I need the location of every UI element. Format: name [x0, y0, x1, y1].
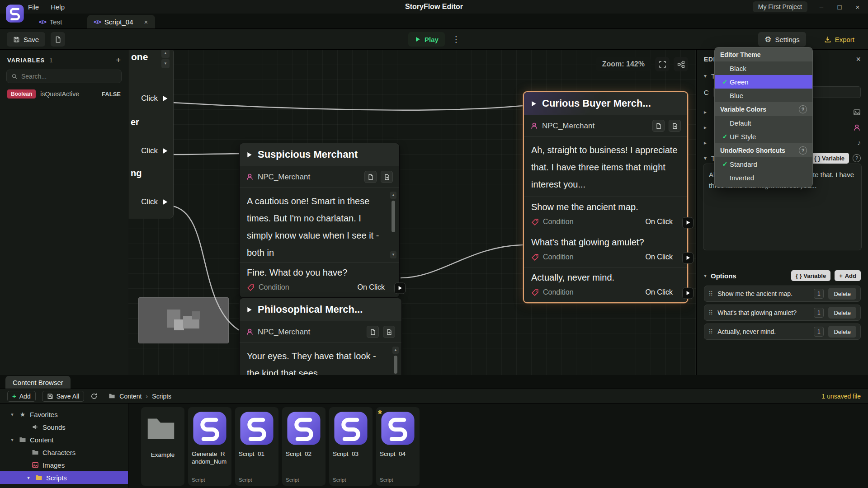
- graph-layout-button[interactable]: [674, 57, 688, 71]
- more-options-button[interactable]: ⋮: [451, 32, 461, 47]
- node-scrollbar[interactable]: ▲ ▼: [390, 192, 396, 258]
- scroll-up-button[interactable]: ▲: [392, 347, 399, 354]
- option-list-item[interactable]: ⠿ Show me the ancient map. 1 Delete: [704, 286, 861, 302]
- tree-item-sounds[interactable]: Sounds: [0, 421, 128, 433]
- add-option-button[interactable]: +Add: [835, 270, 861, 281]
- node-scrollbar[interactable]: ▲: [392, 347, 399, 375]
- tree-item-content[interactable]: ▾ Content: [0, 433, 128, 446]
- dialogue-body[interactable]: Ah, straight to business! I appreciate t…: [524, 137, 687, 197]
- delete-option-button[interactable]: Delete: [828, 288, 856, 300]
- script-file-button[interactable]: [51, 32, 65, 47]
- help-icon[interactable]: ?: [799, 146, 807, 155]
- dialogue-node-clipped[interactable]: one ▲ ▼ Click er Click ng Click: [128, 50, 174, 219]
- script-button[interactable]: [367, 326, 379, 338]
- scroll-up-button[interactable]: ▲: [390, 192, 396, 199]
- condition-label[interactable]: Condition: [543, 253, 642, 261]
- option-group[interactable]: Fine. What do you have? Condition On Cli…: [240, 262, 399, 297]
- condition-row[interactable]: Condition On Click: [524, 249, 687, 267]
- condition-row[interactable]: Condition On Click: [240, 279, 399, 297]
- breadcrumb-scripts[interactable]: Scripts: [152, 393, 171, 400]
- script-export-button[interactable]: [381, 171, 393, 183]
- scroll-down-button[interactable]: ▼: [161, 59, 170, 68]
- menu-item-blue[interactable]: Blue: [715, 89, 812, 102]
- condition-label[interactable]: Condition: [259, 283, 354, 291]
- save-button[interactable]: Save: [7, 32, 45, 47]
- play-pin-icon[interactable]: [161, 95, 169, 102]
- insert-variable-button[interactable]: { } Variable: [791, 270, 830, 281]
- on-click-pin[interactable]: [682, 287, 693, 299]
- close-window-button[interactable]: ×: [854, 4, 862, 10]
- play-pin-icon[interactable]: [161, 147, 169, 155]
- close-tab-icon[interactable]: ×: [144, 19, 148, 25]
- scroll-up-button[interactable]: ▲: [161, 50, 170, 58]
- scrollbar-thumb[interactable]: [392, 201, 395, 232]
- save-all-button[interactable]: Save All: [42, 391, 85, 402]
- option-group[interactable]: Show me the ancient map. Condition On Cl…: [524, 197, 687, 232]
- script-export-button[interactable]: [669, 120, 681, 132]
- settings-button[interactable]: ⚙ Settings: [758, 32, 806, 47]
- variables-search-input[interactable]: Search...: [6, 70, 122, 83]
- add-asset-button[interactable]: + Add: [7, 391, 36, 402]
- play-button[interactable]: Play: [408, 32, 445, 47]
- tab-test[interactable]: </> Test: [33, 15, 68, 28]
- menu-item-inverted[interactable]: Inverted: [715, 171, 812, 184]
- on-click-pin[interactable]: [682, 217, 693, 228]
- node-header[interactable]: Suspicious Merchant: [240, 143, 399, 166]
- play-pin-icon[interactable]: [161, 198, 169, 206]
- dialogue-body[interactable]: A cautious one! Smart in these times. Bu…: [240, 188, 399, 262]
- minimize-button[interactable]: –: [817, 4, 826, 10]
- menu-item-ue-style[interactable]: ✓UE Style: [715, 130, 812, 143]
- menu-item-default[interactable]: Default: [715, 116, 812, 130]
- on-click-pin-row[interactable]: Click: [128, 146, 173, 155]
- content-browser-tab[interactable]: Content Browser: [5, 376, 71, 389]
- chevron-down-icon[interactable]: ▾: [704, 273, 707, 278]
- drag-handle-icon[interactable]: ⠿: [708, 291, 713, 297]
- scroll-down-button[interactable]: ▼: [390, 251, 396, 258]
- node-graph-canvas[interactable]: one ▲ ▼ Click er Click ng Click: [128, 50, 696, 375]
- delete-option-button[interactable]: Delete: [828, 307, 856, 319]
- help-icon[interactable]: ?: [799, 105, 807, 113]
- delete-option-button[interactable]: Delete: [828, 326, 856, 338]
- on-click-pin-row[interactable]: Click: [128, 197, 173, 206]
- fit-view-button[interactable]: [655, 57, 670, 71]
- tab-script-04[interactable]: </> Script_04 ×: [87, 15, 155, 28]
- option-list-item[interactable]: ⠿ What's that glowing amulet? 1 Delete: [704, 305, 861, 321]
- insert-variable-button[interactable]: { } Variable: [810, 153, 849, 164]
- minimap[interactable]: [138, 297, 229, 343]
- tree-item-scripts[interactable]: ▾ Scripts: [0, 471, 128, 484]
- maximize-button[interactable]: □: [835, 4, 844, 10]
- condition-label[interactable]: Condition: [543, 288, 642, 296]
- dialogue-body[interactable]: Your eyes. They have that look - the kin…: [240, 343, 401, 375]
- export-button[interactable]: Export: [818, 32, 861, 47]
- condition-row[interactable]: Condition On Click: [524, 284, 687, 302]
- tree-item-images[interactable]: Images: [0, 459, 128, 471]
- breadcrumb-content[interactable]: Content: [119, 393, 142, 400]
- menu-item-green[interactable]: ✓Green: [715, 75, 812, 89]
- asset-card-generate-random-number[interactable]: Generate_Random_Number Script: [188, 407, 231, 486]
- option-group[interactable]: What's that glowing amulet? Condition On…: [524, 232, 687, 267]
- asset-card-script-01[interactable]: Script_01 Script: [235, 407, 278, 486]
- refresh-button[interactable]: [90, 393, 98, 400]
- node-header[interactable]: Philosophical Merch...: [240, 298, 401, 321]
- on-click-pin[interactable]: [682, 252, 693, 263]
- variable-value[interactable]: FALSE: [102, 91, 121, 98]
- on-click-pin[interactable]: [394, 282, 406, 294]
- dialogue-node-suspicious-merchant[interactable]: Suspicious Merchant NPC_Merchant A cauti…: [239, 143, 400, 298]
- tree-item-characters[interactable]: Characters: [0, 446, 128, 459]
- asset-card-script-03[interactable]: Script_03 Script: [329, 407, 373, 486]
- asset-card-script-02[interactable]: Script_02 Script: [282, 407, 326, 486]
- script-export-button[interactable]: [383, 326, 395, 338]
- help-icon[interactable]: ?: [853, 154, 861, 162]
- on-click-pin-row[interactable]: Click: [128, 94, 173, 103]
- dialogue-node-philosophical[interactable]: Philosophical Merch... NPC_Merchant Your…: [239, 298, 402, 375]
- tree-item-favorites[interactable]: ▾ ★ Favorites: [0, 408, 128, 421]
- option-list-item[interactable]: ⠿ Actually, never mind. 1 Delete: [704, 324, 861, 340]
- menu-item-standard[interactable]: ✓Standard: [715, 157, 812, 171]
- drag-handle-icon[interactable]: ⠿: [708, 328, 713, 335]
- asset-card-example[interactable]: Example: [141, 407, 184, 486]
- variable-row[interactable]: Boolean isQuestActive FALSE: [7, 89, 121, 99]
- scrollbar-thumb[interactable]: [394, 356, 397, 374]
- drag-handle-icon[interactable]: ⠿: [708, 310, 713, 316]
- script-button[interactable]: [364, 171, 377, 183]
- add-variable-button[interactable]: +: [116, 56, 121, 64]
